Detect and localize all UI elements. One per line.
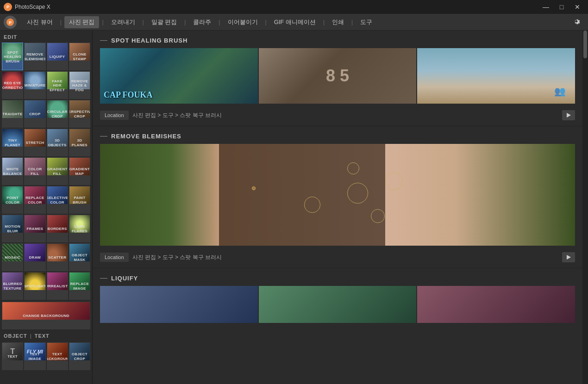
liquify-preview-2[interactable] xyxy=(259,286,417,323)
menu-logo: P xyxy=(4,16,17,29)
menu-tools[interactable]: 도구 xyxy=(356,16,377,28)
tool-remove-haze[interactable]: REMOVE HAZE & FOG xyxy=(69,71,90,99)
tool-surrealistic[interactable]: SURREALISTIC xyxy=(47,272,68,300)
minimize-button[interactable]: — xyxy=(539,2,553,12)
settings-button[interactable] xyxy=(569,15,584,29)
spot-healing-header: — SPOT HEALING BRUSH xyxy=(93,31,582,48)
tool-color-fill[interactable]: COLOR FILL xyxy=(24,157,45,185)
tool-label-borders: BORDERS xyxy=(48,227,67,231)
tool-label-selcolor: SELECTIVE COLOR xyxy=(47,196,68,204)
tool-gradient-map[interactable]: GRADIENT MAP xyxy=(69,157,90,185)
tool-label-mosaic: MOSAIC xyxy=(5,255,20,260)
tool-label-liquify: LIQUIFY xyxy=(50,55,65,59)
location-button-1[interactable]: Location xyxy=(100,111,129,120)
tool-circular-crop[interactable]: CIRCULAR CROP xyxy=(47,100,68,128)
tool-label-blurred: BLURRED TEXTURE xyxy=(3,282,22,291)
preview-pool[interactable]: CAP FOUKA xyxy=(100,48,258,104)
tool-selective-color[interactable]: SELECTIVE COLOR xyxy=(47,186,68,214)
tool-replace-image[interactable]: REPLACE IMAGE xyxy=(69,272,90,300)
breadcrumb-text-2: 사진 편집 > 도구 > 스팟 복구 브러시 xyxy=(132,254,222,260)
menu-batch[interactable]: 일괄 편집 xyxy=(147,16,182,28)
tool-label-persp: PERSPECTIVE CROP xyxy=(69,110,90,118)
object-text-row: OBJECT | TEXT xyxy=(0,330,92,341)
menu-gif[interactable]: GIF 애니메이션 xyxy=(269,16,320,28)
maximize-button[interactable]: □ xyxy=(555,2,569,12)
tool-motion-blur[interactable]: MOTION BLUR xyxy=(2,215,23,242)
tool-label-3dplane: 3D PLANES xyxy=(70,138,89,147)
blemish-circle-1 xyxy=(347,183,368,204)
tool-label-gradmap: GRADIENT MAP xyxy=(69,167,90,176)
tool-label-redeye: RED EYE CORRECTION xyxy=(2,81,23,90)
tool-label-color: COLOR FILL xyxy=(25,167,44,176)
text-label: TEXT xyxy=(35,333,50,339)
remove-blemishes-header: — REMOVE BLEMISHES xyxy=(93,126,582,144)
liquify-preview-3[interactable] xyxy=(417,286,575,323)
tool-scatter[interactable]: SCATTER xyxy=(47,243,68,271)
tool-red-eye[interactable]: RED EYE CORRECTION xyxy=(2,71,23,99)
tool-miniature[interactable]: MINIATURE xyxy=(24,71,45,99)
tool-tiny-planet[interactable]: TINY PLANET xyxy=(2,129,23,156)
preview-numbers[interactable]: 8 5 xyxy=(259,48,417,104)
tool-text[interactable]: T TEXT xyxy=(2,342,23,370)
edit-section-label: EDIT xyxy=(0,31,92,42)
tool-straighten[interactable]: STRAIGHTEN xyxy=(2,100,23,128)
tool-label-objcrop: OBJECT CROP xyxy=(70,352,89,361)
tool-text-image[interactable]: FLY MI TEXT IMAGE xyxy=(24,342,45,370)
remove-blemishes-title: REMOVE BLEMISHES xyxy=(111,133,181,140)
left-panel: EDIT SPOT HEALING BRUSH REMOVE BLEMISHES… xyxy=(0,31,93,384)
tool-white-balance[interactable]: WHITE BALANCE xyxy=(2,157,23,185)
play-button-2[interactable] xyxy=(562,252,575,262)
tool-paint-brush[interactable]: PAINT BRUSH xyxy=(69,186,90,214)
tool-label-objmask: OBJECT MASK xyxy=(70,253,89,262)
liquify-preview-1[interactable] xyxy=(100,286,258,323)
tool-spotlight[interactable]: SPOTLIGHT xyxy=(24,272,45,300)
tool-stretch[interactable]: STRETCH xyxy=(24,129,45,156)
tool-clone-stamp[interactable]: CLONE STAMP xyxy=(69,43,90,70)
titlebar: P PhotoScape X — □ ✕ xyxy=(0,0,588,14)
tool-change-background[interactable]: CHANGE BACKGROUND xyxy=(2,302,90,329)
tool-replace-color[interactable]: REPLACE COLOR xyxy=(24,186,45,214)
tool-3d-planes[interactable]: 3D PLANES xyxy=(69,129,90,156)
menu-photo-edit[interactable]: 사진 편집 xyxy=(64,16,100,28)
tool-draw[interactable]: DRAW xyxy=(24,243,45,271)
menu-photo-viewer[interactable]: 사진 뷰어 xyxy=(22,16,57,28)
tool-label-draw: DRAW xyxy=(29,255,41,260)
tool-label-motion: MOTION BLUR xyxy=(3,224,22,233)
svg-text:P: P xyxy=(9,20,12,25)
tool-borders[interactable]: BORDERS xyxy=(47,215,68,242)
scrollbar[interactable] xyxy=(582,31,588,384)
tool-liquify[interactable]: LIQUIFY xyxy=(47,43,68,70)
spot-healing-preview-grid: CAP FOUKA 8 5 👥 xyxy=(100,48,575,104)
tool-object-crop[interactable]: OBJECT CROP xyxy=(69,342,90,370)
blemishes-image[interactable] xyxy=(100,144,575,246)
tool-blurred-texture[interactable]: BLURRED TEXTURE xyxy=(2,272,23,300)
tool-point-color[interactable]: POINT COLOR xyxy=(2,186,23,214)
menu-print[interactable]: 인쇄 xyxy=(327,16,349,28)
tool-crop[interactable]: CROP xyxy=(24,100,45,128)
breadcrumb-1: 사진 편집 > 도구 > 스팟 복구 브러시 xyxy=(132,111,222,119)
tool-lens-flares[interactable]: LENS FLARES xyxy=(69,215,90,242)
blemish-circle-4 xyxy=(385,173,403,190)
tool-fake-hdr[interactable]: FAKE HDR EFFECT xyxy=(47,71,68,99)
tool-spot-healing-brush[interactable]: SPOT HEALING BRUSH xyxy=(2,43,23,70)
tool-label-surreal: SURREALISTIC xyxy=(47,284,68,289)
tool-3d-objects[interactable]: 3D OBJECTS xyxy=(47,129,68,156)
object-label: OBJECT xyxy=(4,333,27,339)
tool-gradient-fill[interactable]: GRADIENT FILL xyxy=(47,157,68,185)
tool-object-mask[interactable]: OBJECT MASK xyxy=(69,243,90,271)
tool-perspective-crop[interactable]: PERSPECTIVE CROP xyxy=(69,100,90,128)
close-button[interactable]: ✕ xyxy=(570,2,584,12)
beach-figures: 👥 xyxy=(554,86,566,97)
menu-combine[interactable]: 이어붙이기 xyxy=(223,16,263,28)
menu-collage[interactable]: 콜라주 xyxy=(188,16,216,28)
menu-cut[interactable]: 오려내기 xyxy=(106,16,140,28)
tool-label-remove: REMOVE BLEMISHES xyxy=(24,52,45,61)
location-button-2[interactable]: Location xyxy=(100,253,129,262)
section-dash-3: — xyxy=(100,274,107,282)
tool-remove-blemishes[interactable]: REMOVE BLEMISHES xyxy=(24,43,45,70)
tool-mosaic[interactable]: MOSAIC xyxy=(2,243,23,271)
tool-frames[interactable]: FRAMES xyxy=(24,215,45,242)
play-button-1[interactable] xyxy=(562,110,575,120)
tool-text-background[interactable]: TEXT BACKGROUND xyxy=(47,342,68,370)
preview-beach[interactable]: 👥 xyxy=(417,48,575,104)
